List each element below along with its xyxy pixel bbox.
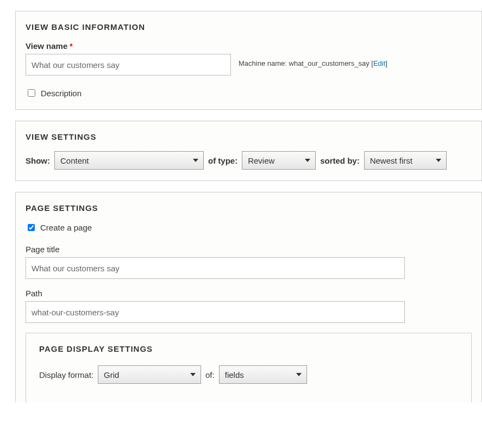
of-type-label: of type:	[208, 156, 237, 165]
page-settings-title: PAGE SETTINGS	[26, 203, 472, 213]
page-title-input[interactable]	[26, 257, 405, 279]
path-label: Path	[26, 289, 472, 298]
path-input[interactable]	[26, 301, 405, 323]
page-settings-panel: PAGE SETTINGS Create a page Page title P…	[15, 192, 482, 402]
basic-info-panel: VIEW BASIC INFORMATION View name * Machi…	[15, 11, 482, 110]
required-asterisk: *	[70, 42, 72, 51]
display-of-label: of:	[205, 370, 215, 379]
display-format-label: Display format:	[39, 370, 93, 379]
view-name-input[interactable]	[26, 54, 231, 76]
sorted-by-label: sorted by:	[320, 156, 360, 165]
create-page-label: Create a page	[40, 223, 92, 232]
show-select[interactable]: Content	[54, 151, 204, 170]
create-page-checkbox[interactable]	[28, 224, 35, 231]
basic-info-title: VIEW BASIC INFORMATION	[26, 22, 472, 32]
description-label: Description	[41, 89, 82, 98]
display-of-select[interactable]: fields	[219, 365, 307, 384]
page-display-settings-title: PAGE DISPLAY SETTINGS	[39, 344, 458, 353]
show-label: Show:	[26, 156, 50, 165]
view-settings-title: VIEW SETTINGS	[26, 132, 472, 141]
sorted-by-select[interactable]: Newest first	[364, 151, 447, 170]
page-display-settings-panel: PAGE DISPLAY SETTINGS Display format: Gr…	[26, 333, 472, 402]
view-name-label: View name	[26, 41, 67, 51]
view-settings-panel: VIEW SETTINGS Show: Content of type: Rev…	[15, 121, 482, 181]
page-title-label: Page title	[26, 245, 472, 254]
machine-name-edit-link[interactable]: Edit	[373, 59, 385, 67]
machine-name-text: Machine name: what_our_customers_say [Ed…	[239, 59, 387, 67]
description-checkbox[interactable]	[28, 89, 35, 97]
of-type-select[interactable]: Review	[242, 151, 316, 170]
display-format-select[interactable]: Grid	[98, 365, 201, 384]
